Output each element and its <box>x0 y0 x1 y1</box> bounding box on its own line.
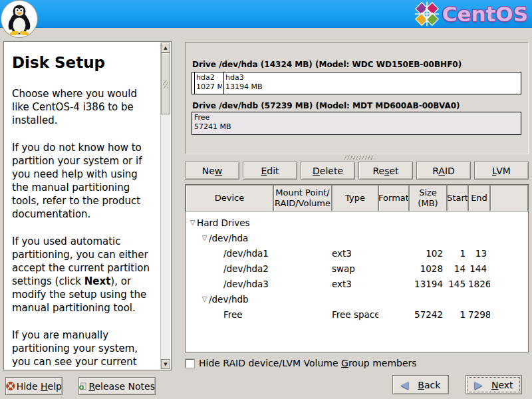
table-row[interactable]: /dev/hda1 ext3 102 1 13 <box>186 245 528 261</box>
partition-segment-hda2[interactable]: hda2 1027 M <box>195 72 224 94</box>
help-buoy-icon <box>6 380 15 392</box>
drive-graph-panel: Drive /dev/hda (14324 MB) (Model: WDC WD… <box>185 42 529 154</box>
centos-star-icon <box>414 1 440 27</box>
column-header-end[interactable]: End <box>468 185 490 211</box>
scroll-down-button[interactable]: ▼ <box>161 359 170 369</box>
hide-raid-row: Hide RAID device/LVM Volume Group member… <box>186 358 417 368</box>
next-emphasis: Next <box>84 275 111 287</box>
table-row[interactable]: /dev/hda2 swap 1028 14 144 <box>186 261 528 276</box>
partition-table: Device Mount Point/RAID/Volume Type Form… <box>185 184 529 352</box>
table-row[interactable]: ▽/dev/hda <box>186 230 528 245</box>
help-paragraph: If you do not know how to partition your… <box>12 141 157 221</box>
partition-toolbar: New Edit Delete Reset RAID LVM <box>185 162 529 180</box>
lvm-button[interactable]: LVM <box>474 162 529 180</box>
column-header-size[interactable]: Size(MB) <box>409 185 447 211</box>
hide-help-button[interactable]: Hide Help <box>5 377 63 395</box>
table-row[interactable]: ▽Hard Drives <box>186 215 528 230</box>
hide-raid-label: Hide RAID device/LVM Volume Group member… <box>199 358 417 368</box>
centos-logo: CentOS <box>414 1 528 27</box>
pane-resize-grip[interactable] <box>344 156 374 160</box>
column-header-type[interactable]: Type <box>332 185 378 211</box>
reset-button[interactable]: Reset <box>358 162 413 180</box>
expander-icon[interactable]: ▽ <box>200 295 209 303</box>
table-body: ▽Hard Drives ▽/dev/hda /dev/hda1 ext3 10… <box>186 211 528 352</box>
table-header: Device Mount Point/RAID/Volume Type Form… <box>186 185 528 211</box>
scrollbar-thumb[interactable] <box>161 53 170 114</box>
next-button[interactable]: ▶ Next <box>466 375 522 394</box>
column-header-start[interactable]: Start <box>447 185 468 211</box>
table-row[interactable]: /dev/hda3 ext3 13194 145 1826 <box>186 276 528 291</box>
help-paragraph: If you used automatic partitioning, you … <box>12 235 157 315</box>
partition-segment-hda3[interactable]: hda3 13194 MB <box>224 72 521 94</box>
help-paragraph: If you are manually partitioning your sy… <box>12 329 157 370</box>
thumb-grip <box>163 80 168 88</box>
scroll-up-icon: ▲ <box>164 45 167 51</box>
tux-penguin-icon <box>6 3 33 35</box>
tux-logo <box>1 0 38 38</box>
delete-button[interactable]: Delete <box>301 162 355 180</box>
top-banner: CentOS <box>0 0 532 28</box>
table-row[interactable]: Free Free space 57242 1 7298 <box>186 307 528 322</box>
back-button[interactable]: ◀ Back <box>392 375 449 394</box>
column-header-filler <box>490 185 528 211</box>
expander-icon[interactable]: ▽ <box>200 234 209 241</box>
help-paragraph: Choose where you would like CentOS-4 i38… <box>12 87 157 127</box>
release-notes-button[interactable]: Release Notes <box>78 377 156 395</box>
new-button[interactable]: New <box>185 162 239 180</box>
column-header-device[interactable]: Device <box>186 185 273 211</box>
page-title: Disk Setup <box>12 54 157 71</box>
next-arrow-icon: ▶ <box>474 379 482 391</box>
free-space-segment[interactable]: Free 57241 MB <box>192 112 233 134</box>
drive-hdb-bar[interactable]: Free 57241 MB <box>192 112 521 135</box>
back-arrow-icon: ◀ <box>401 379 409 391</box>
scroll-down-icon: ▼ <box>164 362 167 367</box>
column-header-format[interactable]: Format <box>378 185 409 211</box>
expander-icon[interactable]: ▽ <box>188 219 197 226</box>
drive-hda-label: Drive /dev/hda (14324 MB) (Model: WDC WD… <box>192 60 462 69</box>
edit-button[interactable]: Edit <box>243 162 297 180</box>
help-text: Disk Setup Choose where you would like C… <box>12 49 157 370</box>
column-header-mount-point[interactable]: Mount Point/RAID/Volume <box>273 185 332 211</box>
table-row[interactable]: ▽/dev/hdb <box>186 291 528 307</box>
drive-hda-bar[interactable]: hda2 1027 M hda3 13194 MB <box>192 72 521 94</box>
drive-hdb-label: Drive /dev/hdb (57239 MB) (Model: MDT MD… <box>192 101 460 110</box>
release-notes-icon <box>79 381 86 392</box>
scroll-up-button[interactable]: ▲ <box>161 43 170 53</box>
help-panel: Disk Setup Choose where you would like C… <box>3 41 172 370</box>
hide-raid-checkbox[interactable] <box>186 359 194 368</box>
brand-name: CentOS <box>442 2 528 26</box>
raid-button[interactable]: RAID <box>416 162 471 180</box>
help-scrollbar[interactable]: ▲ ▼ <box>160 43 170 369</box>
